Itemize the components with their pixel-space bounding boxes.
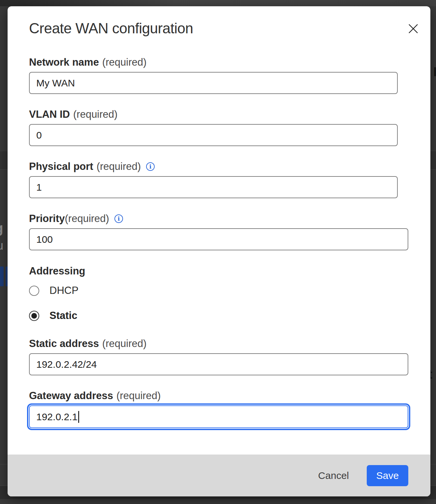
gateway-address-label: Gateway address (required) bbox=[29, 390, 408, 402]
close-button[interactable] bbox=[406, 21, 420, 36]
info-icon[interactable]: i bbox=[146, 162, 155, 171]
gateway-address-value: 192.0.2.1 bbox=[36, 411, 78, 423]
label-text: Static address bbox=[29, 337, 99, 350]
close-icon bbox=[408, 23, 419, 34]
radio-option-static[interactable]: Static bbox=[29, 310, 408, 322]
gateway-address-input[interactable]: 192.0.2.1 bbox=[29, 405, 408, 428]
label-text: Network name bbox=[29, 56, 99, 69]
vlan-id-input[interactable] bbox=[29, 124, 398, 146]
required-hint: (required) bbox=[97, 160, 141, 173]
priority-input[interactable] bbox=[29, 228, 408, 250]
priority-label: Priority (required) i bbox=[29, 212, 408, 225]
static-address-label: Static address (required) bbox=[29, 337, 408, 350]
radio-selected-icon[interactable] bbox=[29, 311, 39, 321]
backdrop-page-header bbox=[0, 0, 436, 6]
required-hint: (required) bbox=[102, 337, 146, 350]
network-name-input[interactable] bbox=[29, 72, 398, 94]
radio-label: DHCP bbox=[49, 285, 78, 297]
backdrop-blue-button-fragment bbox=[0, 267, 4, 286]
label-text: VLAN ID bbox=[29, 108, 70, 121]
info-icon[interactable]: i bbox=[114, 214, 123, 223]
required-hint: (required) bbox=[102, 56, 146, 69]
dialog-footer: Cancel Save bbox=[8, 455, 430, 496]
radio-label: Static bbox=[49, 310, 77, 322]
text-caret bbox=[78, 411, 79, 423]
cancel-button[interactable]: Cancel bbox=[317, 467, 350, 484]
required-hint: (required) bbox=[65, 212, 109, 225]
radio-dot bbox=[31, 313, 37, 319]
addressing-heading: Addressing bbox=[29, 265, 408, 277]
required-hint: (required) bbox=[116, 390, 161, 402]
radio-option-dhcp[interactable]: DHCP bbox=[29, 285, 408, 297]
label-text: Gateway address bbox=[29, 390, 113, 402]
radio-unselected-icon[interactable] bbox=[29, 286, 39, 296]
backdrop-text-fragment: u bbox=[0, 239, 3, 253]
dialog-title: Create WAN configuration bbox=[29, 20, 408, 37]
network-name-label: Network name (required) bbox=[29, 56, 408, 69]
vlan-id-label: VLAN ID (required) bbox=[29, 108, 408, 121]
backdrop-text-fragment: g bbox=[0, 220, 3, 236]
dialog-body: Create WAN configuration Network name (r… bbox=[8, 6, 430, 455]
label-text: Physical port bbox=[29, 160, 93, 173]
required-hint: (required) bbox=[73, 108, 117, 121]
static-address-input[interactable] bbox=[29, 353, 408, 375]
create-wan-dialog: Create WAN configuration Network name (r… bbox=[8, 6, 430, 496]
label-text: Priority bbox=[29, 212, 65, 225]
save-button[interactable]: Save bbox=[367, 465, 408, 486]
physical-port-input[interactable] bbox=[29, 176, 398, 198]
physical-port-label: Physical port (required) i bbox=[29, 160, 408, 173]
